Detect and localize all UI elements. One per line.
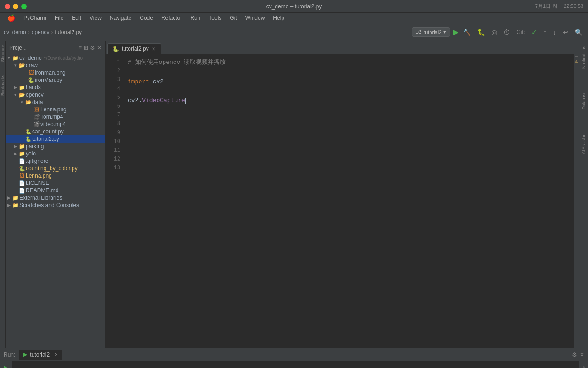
- run-button[interactable]: ▶: [453, 28, 458, 36]
- tree-item-draw[interactable]: ▾ 📂 draw: [6, 62, 105, 69]
- sidebar-header: Proje... ≡ ⊞ ⚙ ✕: [6, 41, 105, 54]
- tree-item-license[interactable]: 📄 LICENSE: [6, 179, 105, 187]
- scrollbar-area: ⚠: [573, 54, 579, 348]
- tree-item-cv_demo[interactable]: ▾ 📁 cv_demo ~/Downloads/pytho: [6, 54, 105, 62]
- menu-pycharm[interactable]: PyCharm: [20, 14, 50, 22]
- py-icon-car-count: 🐍: [25, 129, 32, 135]
- menu-edit[interactable]: Edit: [68, 14, 85, 22]
- editor-content[interactable]: 1 2 3 4 5 6 7 8 9 10 11 12 13 # 如何使用open…: [106, 54, 579, 348]
- breadcrumb-root[interactable]: cv_demo: [4, 29, 26, 35]
- run-close-icon[interactable]: ✕: [580, 351, 584, 358]
- editor-tab-tutorial2[interactable]: 🐍 tutorial2.py ✕: [107, 43, 161, 54]
- tree-item-counting-by-color[interactable]: 🐍 counting_by_color.py: [6, 165, 105, 172]
- label-counting-by-color: counting_by_color.py: [26, 165, 78, 172]
- minimize-button[interactable]: [13, 4, 18, 9]
- menu-refactor[interactable]: Refactor: [158, 14, 186, 22]
- label-tom-mp4: Tom.mp4: [40, 114, 63, 120]
- build-button[interactable]: 🔨: [461, 28, 473, 37]
- tree-item-data[interactable]: ▾ 📂 data: [6, 98, 105, 106]
- menu-run[interactable]: Run: [187, 14, 204, 22]
- folder-icon-data: 📂: [25, 99, 32, 105]
- sidebar-icon-4[interactable]: ✕: [97, 45, 102, 51]
- run-output: 使用VideoCapture函数读取: [13, 361, 579, 368]
- database-panel-label[interactable]: Database: [582, 92, 586, 109]
- sidebar-icon-1[interactable]: ≡: [79, 45, 82, 51]
- git-check-icon[interactable]: ✓: [530, 28, 539, 37]
- branch-selector[interactable]: ⎇ tutorial2 ▾: [412, 27, 450, 37]
- tree-item-car-count-py[interactable]: 🐍 car_count.py: [6, 128, 105, 135]
- vid-icon-tom: 🎬: [33, 114, 40, 120]
- tree-item-ironman-png[interactable]: 🖼 ironman.png: [6, 69, 105, 76]
- toolbar-right: ⎇ tutorial2 ▾ ▶ 🔨 🐛 ◎ ⏱ Git: ✓ ↑ ↓ ↩ 🔍: [412, 27, 584, 37]
- arrow-draw: ▾: [12, 63, 18, 68]
- label-scratches: Scratches and Consoles: [19, 202, 79, 208]
- tree-item-parking[interactable]: ▶ 📁 parking: [6, 143, 105, 150]
- menu-tools[interactable]: Tools: [205, 14, 225, 22]
- tree-item-opencv[interactable]: ▾ 📂 opencv: [6, 91, 105, 98]
- maximize-button[interactable]: [21, 4, 27, 9]
- file-icon-readme: 📄: [18, 188, 26, 194]
- git-down-icon[interactable]: ↓: [551, 28, 558, 37]
- run-play-button[interactable]: ▶: [2, 363, 11, 368]
- git-up-icon[interactable]: ↑: [542, 28, 548, 37]
- tree-item-hands[interactable]: ▶ 📁 hands: [6, 84, 105, 91]
- tree-item-ironMan-py[interactable]: 🐍 ironMan.py: [6, 76, 105, 84]
- editor-tabs: 🐍 tutorial2.py ✕: [106, 41, 579, 54]
- run-tab-close[interactable]: ✕: [54, 352, 58, 357]
- window-title: cv_demo – tutorial2.py: [266, 3, 322, 10]
- tree-item-tutorial2-py[interactable]: 🐍 tutorial2.py: [6, 135, 105, 143]
- run-tab-tutorial2[interactable]: ▶ tutorial2 ✕: [19, 350, 62, 360]
- label-data: data: [32, 99, 43, 105]
- apple-menu[interactable]: 🍎: [4, 13, 19, 23]
- tab-close-button[interactable]: ✕: [152, 46, 155, 52]
- label-ironman-png: ironman.png: [35, 69, 66, 76]
- profile-button[interactable]: ⏱: [502, 28, 512, 37]
- structure-label[interactable]: Structure: [0, 45, 5, 62]
- py-icon-tutorial2: 🐍: [25, 136, 32, 142]
- tree-item-video-mp4[interactable]: 🎬 video.mp4: [6, 121, 105, 128]
- path-cv_demo: ~/Downloads/pytho: [44, 56, 83, 61]
- run-panel-header: Run: ▶ tutorial2 ✕ ⚙ ✕: [0, 348, 588, 361]
- sidebar-icon-3[interactable]: ⚙: [90, 45, 95, 51]
- bookmarks-label[interactable]: Bookmarks: [0, 75, 5, 96]
- label-readme: README.md: [26, 187, 58, 194]
- vid-icon-video: 🎬: [33, 121, 40, 127]
- tree-item-gitignore[interactable]: 📄 .gitignore: [6, 157, 105, 165]
- coverage-button[interactable]: ◎: [490, 28, 499, 37]
- tree-item-ext-libs[interactable]: ▶ 📁 External Libraries: [6, 194, 105, 201]
- git-revert-icon[interactable]: ↩: [561, 28, 570, 37]
- tree-item-tom-mp4[interactable]: 🎬 Tom.mp4: [6, 113, 105, 121]
- tree-item-yolo[interactable]: ▶ 📁 yolo: [6, 150, 105, 157]
- tab-py-icon: 🐍: [113, 46, 119, 52]
- menu-help[interactable]: Help: [269, 14, 288, 22]
- debug-button[interactable]: 🐛: [475, 28, 487, 37]
- tree-item-scratches[interactable]: ▶ 📁 Scratches and Consoles: [6, 201, 105, 209]
- menu-window[interactable]: Window: [242, 14, 269, 22]
- tab-label: tutorial2.py: [122, 46, 149, 52]
- tree-item-lenna-png[interactable]: 🖼 Lenna.png: [6, 106, 105, 113]
- tree-item-lenna-root[interactable]: 🖼 Lenna.png: [6, 172, 105, 179]
- chevron-down-icon: ▾: [443, 29, 446, 35]
- code-editor[interactable]: # 如何使用opencv 读取视频并播放 import cv2 cv2.Vide…: [124, 54, 573, 348]
- menu-code[interactable]: Code: [136, 14, 157, 22]
- sidebar-icon-2[interactable]: ⊞: [84, 45, 88, 51]
- menu-git[interactable]: Git: [226, 14, 240, 22]
- breadcrumb-file[interactable]: tutorial2.py: [55, 29, 82, 35]
- tree-item-readme[interactable]: 📄 README.md: [6, 187, 105, 194]
- notifications-panel-label[interactable]: Notifications: [582, 46, 586, 69]
- menu-file[interactable]: File: [51, 14, 67, 22]
- folder-icon-ext-libs: 📁: [12, 195, 19, 201]
- menu-view[interactable]: View: [86, 14, 105, 22]
- breadcrumb-opencv[interactable]: opencv: [32, 29, 50, 35]
- run-settings-icon[interactable]: ⚙: [572, 351, 577, 358]
- search-everywhere-icon[interactable]: 🔍: [573, 28, 584, 37]
- close-button[interactable]: [5, 4, 10, 9]
- run-label: Run:: [4, 351, 15, 358]
- main-layout: Structure Bookmarks Proje... ≡ ⊞ ⚙ ✕ ▾ 📁…: [0, 41, 588, 348]
- folder-icon-scratches: 📁: [12, 202, 19, 208]
- run-panel: Run: ▶ tutorial2 ✕ ⚙ ✕ ▶ ↑ ↓ ≡ ⊞ ◈ 🔧 使用V…: [0, 348, 588, 368]
- run-tab-label: tutorial2: [30, 351, 50, 358]
- menu-navigate[interactable]: Navigate: [106, 14, 135, 22]
- ai-assistant-panel-label[interactable]: AI Assistant: [582, 132, 586, 154]
- coverage-label[interactable]: Coverage: [582, 366, 586, 368]
